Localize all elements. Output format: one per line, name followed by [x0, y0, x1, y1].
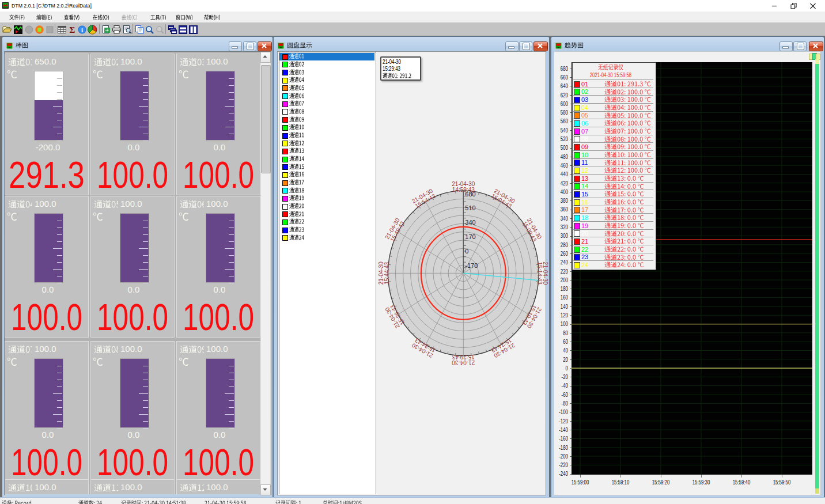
svg-text:-170: -170	[465, 262, 478, 269]
svg-text:15:14:43: 15:14:43	[536, 262, 543, 285]
svg-text:170: 170	[465, 233, 475, 240]
svg-text:340: 340	[465, 219, 475, 226]
svg-text:Σ: Σ	[70, 25, 75, 35]
svg-text:510: 510	[465, 204, 475, 211]
svg-text:14:59:43: 14:59:43	[452, 187, 475, 193]
svg-text:15:44:43: 15:44:43	[384, 262, 390, 284]
svg-text:0: 0	[465, 248, 468, 255]
svg-text:15:29:43: 15:29:43	[452, 354, 474, 360]
svg-text:i: i	[81, 26, 83, 33]
